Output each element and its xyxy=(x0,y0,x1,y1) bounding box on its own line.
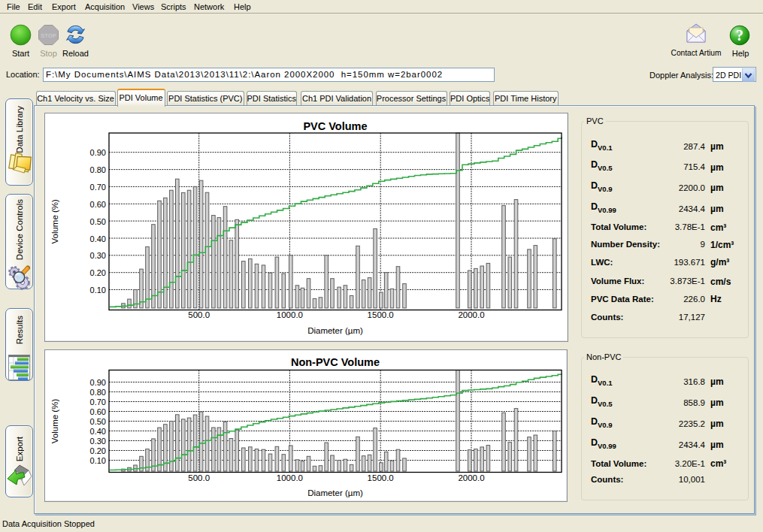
svg-text:0.50: 0.50 xyxy=(90,217,106,226)
svg-text:STOP: STOP xyxy=(41,32,56,39)
svg-text:2000.0: 2000.0 xyxy=(458,473,484,482)
svg-text:500.0: 500.0 xyxy=(188,473,210,482)
svg-text:0.20: 0.20 xyxy=(90,446,106,455)
svg-text:1500.0: 1500.0 xyxy=(368,473,394,482)
svg-text:0.20: 0.20 xyxy=(90,268,106,277)
svg-text:0.30: 0.30 xyxy=(90,251,106,260)
svg-text:?: ? xyxy=(736,27,743,44)
svg-text:1000.0: 1000.0 xyxy=(277,310,303,319)
svg-text:1500.0: 1500.0 xyxy=(368,310,394,319)
svg-text:0.30: 0.30 xyxy=(90,437,106,446)
svg-text:0.10: 0.10 xyxy=(90,286,106,295)
svg-text:0.10: 0.10 xyxy=(90,456,106,465)
svg-text:0.90: 0.90 xyxy=(90,378,106,387)
svg-text:0.40: 0.40 xyxy=(90,427,106,436)
svg-text:PVC Volume: PVC Volume xyxy=(303,120,367,132)
svg-text:0.80: 0.80 xyxy=(90,388,106,397)
svg-text:0.70: 0.70 xyxy=(90,183,106,192)
svg-text:0.60: 0.60 xyxy=(90,200,106,209)
svg-text:0.90: 0.90 xyxy=(90,148,106,157)
svg-text:0.60: 0.60 xyxy=(90,407,106,416)
svg-text:0.50: 0.50 xyxy=(90,417,106,426)
svg-text:Diameter (µm): Diameter (µm) xyxy=(307,326,363,335)
svg-text:Diameter (µm): Diameter (µm) xyxy=(307,488,363,497)
svg-text:0.40: 0.40 xyxy=(90,234,106,243)
svg-text:Non-PVC Volume: Non-PVC Volume xyxy=(291,356,380,368)
svg-text:500.0: 500.0 xyxy=(188,310,210,319)
svg-text:Volume (%): Volume (%) xyxy=(50,199,59,244)
svg-text:0.80: 0.80 xyxy=(90,165,106,174)
svg-text:1000.0: 1000.0 xyxy=(277,473,303,482)
svg-text:Volume (%): Volume (%) xyxy=(50,399,59,444)
svg-text:0.70: 0.70 xyxy=(90,397,106,407)
svg-text:2000.0: 2000.0 xyxy=(458,310,484,319)
